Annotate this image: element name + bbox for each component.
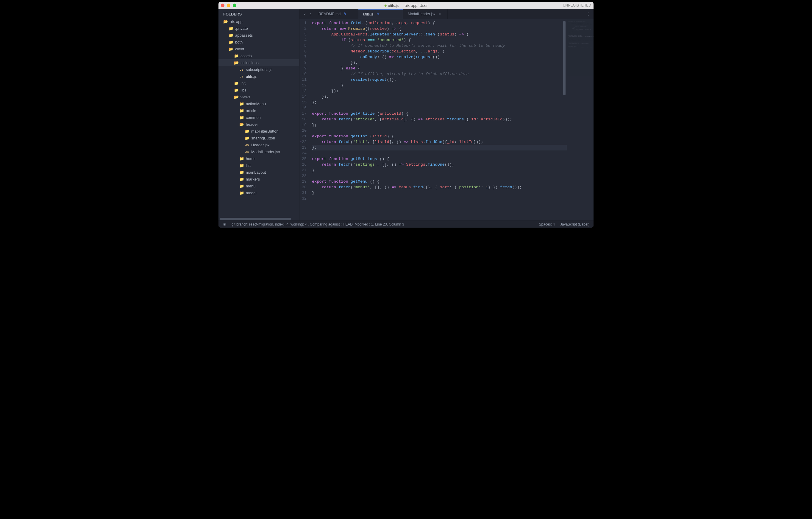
tree-item[interactable]: 📁article [219,107,299,114]
tree-item[interactable]: 📂views [219,93,299,101]
tree-item-label: client [235,47,244,51]
tree-item-label: .private [235,26,248,31]
window-controls [221,4,236,7]
more-icon[interactable]: ⋮ [586,11,590,17]
tree-item-label: modal [246,191,256,195]
tree-item[interactable]: JSsubscriptions.js [219,66,299,73]
dirty-icon: ✎ [344,11,347,16]
tree-item-label: mainLayout [246,170,266,174]
nav-back-icon[interactable]: ‹ [302,11,308,17]
tree-item-label: both [235,40,242,45]
tree-item[interactable]: JSModalHeader.jsx [219,148,299,155]
app-window: ◆ utils.js — aix-app, User UNREGISTERED … [219,2,593,228]
tree-item-label: mapFilterButton [251,129,279,134]
tab[interactable]: README.md✎ [314,9,358,19]
tree-item-label: aix-app [230,19,242,24]
tree-item-label: views [240,95,250,99]
file-icon: ◆ [384,4,387,7]
tree-item[interactable]: 📂collections [219,59,299,66]
tree-item-label: ModalHeader.jsx [251,149,280,154]
editor-pane[interactable]: 1234567891011121314151617181920212223242… [299,19,593,220]
titlebar: ◆ utils.js — aix-app, User UNREGISTERED [219,2,593,9]
tab[interactable]: utils.js✎ [358,9,403,19]
tree-item-label: menu [246,184,256,188]
tree-item-label: assets [240,54,252,58]
tree-item-label: sharingButton [251,136,275,140]
panel-icon[interactable]: ▣ [223,222,226,226]
minimize-window-icon[interactable] [227,4,230,7]
tree-item[interactable]: 📁modal [219,190,299,196]
tree-item[interactable]: 📁menu [219,183,299,190]
window-title-text: utils.js — aix-app, User [388,3,428,8]
tree-item[interactable]: 📁list [219,162,299,169]
tree-item-label: actionMenu [246,102,266,106]
tree-item-label: Header.jsx [251,143,269,147]
tree-item[interactable]: 📂header [219,121,299,128]
status-bar: ▣ git branch: react-migration, index: ✓,… [219,220,593,228]
tree-item-label: utils.js [246,74,257,79]
tree-item[interactable]: 📁common [219,114,299,121]
tree-item-label: appassets [235,33,253,37]
tree-item[interactable]: 📁mapFilterButton [219,128,299,135]
tree-item-label: header [246,122,258,127]
tree-item[interactable]: 📁assets [219,52,299,59]
tree-item[interactable]: 📁.private [219,25,299,32]
tree-item-label: article [246,108,256,113]
tree-item[interactable]: 📁actionMenu [219,101,299,107]
editor-area: ‹ › README.md✎utils.js✎ModalHeader.jsx×⋮… [299,9,593,220]
tree-item[interactable]: 📂aix-app [219,18,299,25]
tree-item-label: libs [240,88,246,92]
close-window-icon[interactable] [221,4,225,7]
tree-item-label: init [240,81,245,85]
tree-item-label: subscriptions.js [246,67,272,72]
tree-item-label: collections [240,60,259,65]
folder-tree: 📂aix-app📁.private📁appassets📁both📂client📁… [219,18,299,220]
close-icon[interactable]: × [438,11,441,17]
tab-label: utils.js [363,12,374,17]
tree-item-label: list [246,163,251,168]
tree-item[interactable]: 📁sharingButton [219,135,299,141]
tree-item[interactable]: 📁appassets [219,32,299,39]
tree-item[interactable]: 📂client [219,46,299,52]
tab-label: ModalHeader.jsx [408,12,435,16]
registration-status: UNREGISTERED [563,3,591,7]
dirty-icon: ✎ [377,12,380,17]
zoom-window-icon[interactable] [233,4,236,7]
status-syntax[interactable]: JavaScript (Babel) [560,222,589,226]
minimap[interactable]: export function fetch (collection, args,… [567,19,593,220]
tree-item[interactable]: 📁init [219,80,299,87]
tree-item[interactable]: 📁libs [219,87,299,93]
tree-item[interactable]: JSHeader.jsx [219,141,299,148]
status-spaces[interactable]: Spaces: 4 [539,222,555,226]
tree-item[interactable]: 📁mainLayout [219,169,299,176]
sidebar-hscrollbar[interactable] [219,218,299,220]
tab[interactable]: ModalHeader.jsx× [403,9,448,19]
tree-item[interactable]: 📁home [219,155,299,162]
tree-item[interactable]: 📁markers [219,176,299,183]
tree-item[interactable]: JSutils.js [219,73,299,80]
status-main[interactable]: git branch: react-migration, index: ✓, w… [232,222,404,226]
tree-item-label: home [246,157,256,161]
tree-item-label: common [246,115,261,120]
tree-item[interactable]: 📁both [219,39,299,46]
tree-item-label: markers [246,177,260,182]
sidebar-header: FOLDERS [219,9,299,18]
nav-forward-icon[interactable]: › [308,11,314,17]
gutter: 1234567891011121314151617181920212223242… [299,19,310,220]
sidebar: FOLDERS 📂aix-app📁.private📁appassets📁both… [219,9,299,220]
window-title: ◆ utils.js — aix-app, User [384,3,428,8]
editor-vscrollbar[interactable] [563,21,566,95]
tab-bar: ‹ › README.md✎utils.js✎ModalHeader.jsx×⋮ [299,9,593,19]
tab-label: README.md [318,12,341,16]
code-content[interactable]: export function fetch (collection, args,… [310,19,567,220]
